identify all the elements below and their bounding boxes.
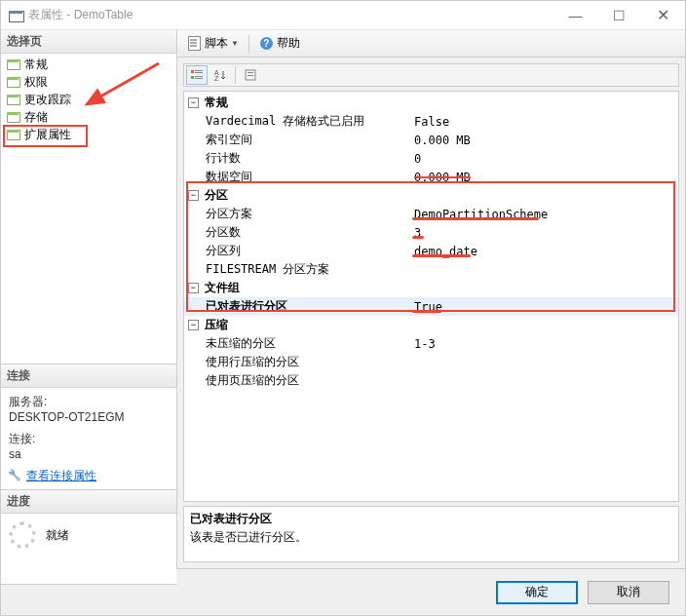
link-text: 查看连接属性: [26, 468, 96, 483]
wrench-icon: [9, 469, 22, 482]
conn-value: sa: [9, 446, 169, 462]
script-label: 脚本: [205, 35, 228, 52]
progress-header: 进度: [1, 490, 176, 514]
progress-status: 就绪: [9, 521, 169, 549]
server-label: 服务器:: [9, 394, 169, 409]
close-button[interactable]: ✕: [641, 1, 685, 29]
categorized-button[interactable]: [186, 65, 208, 85]
sidebar-item-general[interactable]: 常规: [1, 56, 176, 73]
category-compression[interactable]: −压缩: [184, 316, 678, 334]
help-icon: [259, 36, 274, 51]
svg-text:Z: Z: [214, 75, 219, 82]
properties-button[interactable]: [240, 65, 261, 85]
separator: [248, 35, 249, 53]
window-title: 表属性 - DemoTable: [28, 7, 553, 23]
sidebar-item-label: 更改跟踪: [24, 92, 71, 108]
svg-rect-10: [248, 75, 253, 76]
propertygrid-toolbar: AZ: [183, 63, 679, 87]
category-label: 文件组: [205, 280, 240, 296]
svg-rect-0: [191, 70, 194, 73]
script-button[interactable]: 脚本▼: [183, 33, 243, 54]
collapse-icon[interactable]: −: [188, 190, 199, 201]
cancel-button[interactable]: 取消: [588, 581, 669, 604]
count-value: 3: [414, 226, 421, 240]
sidebar-item-extended[interactable]: 扩展属性: [1, 126, 176, 143]
category-label: 压缩: [205, 317, 228, 333]
collapse-icon[interactable]: −: [188, 283, 199, 293]
category-partition[interactable]: −分区: [184, 186, 678, 205]
prop-partition-count[interactable]: 分区数3: [184, 223, 678, 242]
properties-icon: [244, 68, 257, 82]
prop-vardecimal[interactable]: Vardecimal 存储格式已启用False: [184, 112, 678, 131]
description-panel: 已对表进行分区 该表是否已进行分区。: [183, 506, 679, 562]
chevron-down-icon: ▼: [231, 39, 239, 48]
window-icon: [9, 9, 22, 22]
content-area: 脚本▼ 帮助 AZ −常规 Vardecimal 存储格式已: [177, 30, 685, 568]
page-icon: [7, 93, 20, 106]
svg-rect-1: [195, 70, 203, 71]
collapse-icon[interactable]: −: [188, 97, 199, 108]
sidebar-item-label: 扩展属性: [24, 127, 71, 143]
prop-pagecompressed[interactable]: 使用页压缩的分区: [184, 371, 678, 390]
sidebar-item-label: 常规: [24, 57, 48, 73]
script-icon: [187, 36, 202, 51]
property-grid[interactable]: −常规 Vardecimal 存储格式已启用False 索引空间0.000 MB…: [183, 91, 679, 502]
connection-header: 连接: [1, 365, 176, 388]
collapse-icon[interactable]: −: [188, 320, 199, 330]
prop-indexspace[interactable]: 索引空间0.000 MB: [184, 131, 678, 149]
svg-rect-2: [195, 72, 203, 73]
select-page-header: 选择页: [1, 30, 176, 54]
prop-partition-column[interactable]: 分区列demo_date: [184, 242, 678, 260]
prop-dataspace[interactable]: 数据空间0.000 MB: [184, 168, 678, 186]
prop-rowcount[interactable]: 行计数0: [184, 149, 678, 168]
alphabetical-button[interactable]: AZ: [210, 65, 231, 85]
help-label: 帮助: [277, 35, 300, 52]
alphabetical-icon: AZ: [213, 68, 227, 82]
progress-text: 就绪: [46, 527, 69, 544]
svg-rect-5: [195, 78, 203, 79]
view-connection-props[interactable]: 查看连接属性: [9, 468, 169, 483]
category-label: 常规: [205, 95, 228, 111]
dataspace-value: 0.000 MB: [414, 171, 471, 184]
ok-button[interactable]: 确定: [496, 581, 578, 604]
svg-rect-9: [248, 72, 253, 73]
sidebar-item-permissions[interactable]: 权限: [1, 73, 176, 91]
prop-partition-scheme[interactable]: 分区方案DemoPartitionScheme: [184, 205, 678, 223]
desc-body: 该表是否已进行分区。: [190, 529, 672, 546]
title-bar: 表属性 - DemoTable — ☐ ✕: [1, 1, 685, 30]
category-filegroup[interactable]: −文件组: [184, 279, 678, 297]
sidebar-item-changetracking[interactable]: 更改跟踪: [1, 91, 176, 108]
desc-title: 已对表进行分区: [190, 511, 672, 527]
prop-rowcompressed[interactable]: 使用行压缩的分区: [184, 353, 678, 371]
window-buttons: — ☐ ✕: [553, 1, 685, 29]
categorized-icon: [190, 68, 204, 82]
help-button[interactable]: 帮助: [255, 33, 304, 54]
prop-ispartitioned[interactable]: 已对表进行分区True: [184, 297, 678, 316]
prop-filestream[interactable]: FILESTREAM 分区方案: [184, 260, 678, 279]
column-value: demo_date: [414, 245, 477, 258]
minimize-button[interactable]: —: [553, 1, 597, 29]
ispart-value: True: [414, 300, 442, 314]
sidebar: 选择页 常规 权限 更改跟踪 存储 扩展属性 连接 服务器: DESKTOP-O…: [1, 30, 177, 568]
sidebar-item-label: 权限: [24, 74, 48, 91]
scheme-value: DemoPartitionScheme: [414, 208, 548, 221]
category-label: 分区: [205, 187, 228, 204]
maximize-button[interactable]: ☐: [597, 1, 641, 29]
page-icon: [7, 128, 20, 141]
cancel-label: 取消: [617, 584, 640, 600]
content-toolbar: 脚本▼ 帮助: [177, 30, 685, 58]
svg-rect-4: [195, 76, 203, 77]
category-general[interactable]: −常规: [184, 94, 678, 112]
sidebar-item-storage[interactable]: 存储: [1, 108, 176, 126]
page-icon: [7, 58, 20, 71]
spinner-icon: [9, 521, 36, 549]
separator: [235, 66, 236, 84]
page-icon: [7, 110, 20, 124]
svg-rect-3: [191, 76, 194, 79]
ok-label: 确定: [525, 584, 549, 600]
page-icon: [7, 75, 20, 89]
server-value: DESKTOP-OT21EGM: [9, 409, 169, 425]
conn-label: 连接:: [9, 431, 169, 446]
prop-uncompressed[interactable]: 未压缩的分区1-3: [184, 334, 678, 353]
sidebar-item-label: 存储: [24, 109, 48, 126]
